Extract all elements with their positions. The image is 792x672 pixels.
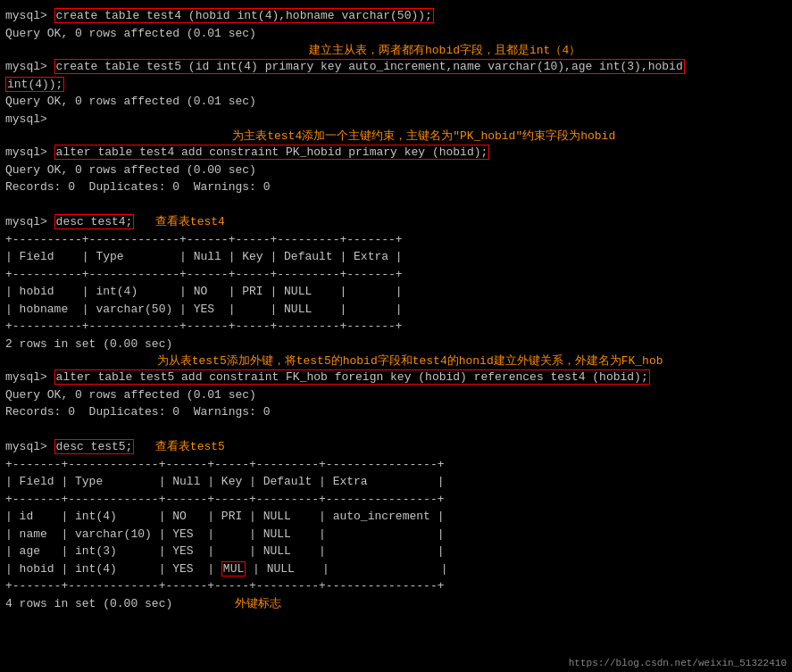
table5-row2: | name | varchar(10) | YES | | NULL | | [5, 526, 787, 543]
table5-row3: | age | int(3) | YES | | NULL | | [5, 543, 787, 560]
comment-3: 为从表test5添加外键，将test5的hobid字段和test4的honid建… [5, 353, 787, 369]
cmd-3: alter table test4 add constraint PK_hobi… [54, 145, 490, 160]
footer-line: 4 rows in set (0.00 sec) 外键标志 [5, 595, 787, 613]
table4-header: | Field | Type | Null | Key | Default | … [5, 248, 787, 266]
cmd-2b: int(4)); [5, 77, 64, 92]
table4-sep3: +----------+-------------+------+-----+-… [5, 318, 787, 336]
blank-2 [5, 421, 787, 439]
line-11: 2 rows in set (0.00 sec) [5, 336, 787, 353]
table5-row4: | hobid | int(4) | YES | MUL | NULL | | [5, 560, 787, 578]
prompt-5: mysql> [5, 370, 54, 384]
cmd-6: desc test5; [54, 439, 135, 454]
table5-sep3: +-------+-------------+------+-----+----… [5, 577, 787, 595]
line-5: Query OK, 0 rows affected (0.01 sec) [5, 93, 787, 111]
line-13: Query OK, 0 rows affected (0.01 sec) [5, 386, 787, 404]
prompt-6: mysql> [5, 440, 54, 453]
table5-sep2: +-------+-------------+------+-----+----… [5, 491, 787, 509]
table4-row2: | hobname | varchar(50) | YES | | NULL |… [5, 301, 787, 319]
prompt-1: mysql> [5, 9, 54, 22]
line-15: mysql> desc test5; 查看表test5 [5, 438, 787, 456]
table5-sep1: +-------+-------------+------+-----+----… [5, 456, 787, 474]
line-12: mysql> alter table test5 add constraint … [5, 369, 787, 386]
terminal: mysql> create table test4 (hobid int(4),… [0, 0, 792, 672]
desc-comment-1: 查看表test4 [134, 215, 224, 228]
table4-row1: | hobid | int(4) | NO | PRI | NULL | | [5, 283, 787, 301]
line-10: mysql> desc test4; 查看表test4 [5, 213, 787, 231]
watermark: https://blog.csdn.net/weixin_51322410 [569, 658, 787, 668]
cmd-1: create table test4 (hobid int(4),hobname… [54, 8, 434, 23]
table4-sep2: +----------+-------------+------+-----+-… [5, 266, 787, 284]
table4-sep1: +----------+-------------+------+-----+-… [5, 231, 787, 249]
line-14: Records: 0 Duplicates: 0 Warnings: 0 [5, 403, 787, 421]
prompt-2: mysql> [5, 60, 54, 73]
table5-header: | Field | Type | Null | Key | Default | … [5, 473, 787, 491]
line-1: mysql> create table test4 (hobid int(4),… [5, 7, 787, 25]
line-4: int(4)); [5, 76, 787, 94]
line-3: mysql> create table test5 (id int(4) pri… [5, 58, 787, 76]
prompt-4: mysql> [5, 215, 54, 228]
footer-comment: 外键标志 [172, 597, 281, 610]
desc-comment-2: 查看表test5 [134, 440, 224, 453]
prompt-3: mysql> [5, 145, 54, 159]
cmd-5: alter table test5 add constraint FK_hob … [54, 369, 650, 385]
line-8: Query OK, 0 rows affected (0.00 sec) [5, 162, 787, 179]
line-9: Records: 0 Duplicates: 0 Warnings: 0 [5, 178, 787, 196]
cmd-4: desc test4; [54, 214, 135, 229]
line-2: Query OK, 0 rows affected (0.01 sec) [5, 25, 787, 43]
mul-highlight: MUL [221, 561, 246, 577]
line-7: mysql> alter table test4 add constraint … [5, 144, 787, 162]
line-6: mysql> [5, 111, 787, 129]
table5-row1: | id | int(4) | NO | PRI | NULL | auto_i… [5, 508, 787, 526]
comment-2: 为主表test4添加一个主键约束，主键名为"PK_hobid"约束字段为hobi… [5, 128, 787, 144]
comment-1: 建立主从表，两者都有hobid字段，且都是int（4） [5, 42, 787, 58]
blank-1 [5, 196, 787, 214]
cmd-2: create table test5 (id int(4) primary ke… [54, 59, 685, 74]
